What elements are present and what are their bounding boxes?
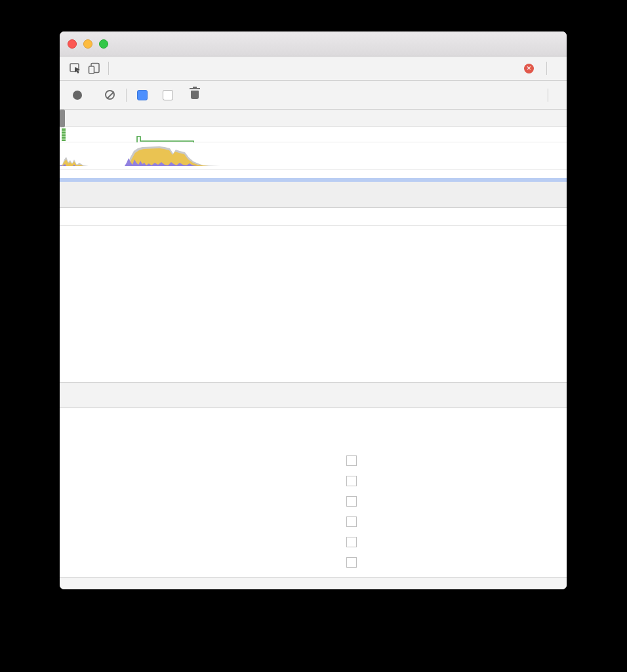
devtools-tab-bar: ✕	[60, 56, 567, 81]
inspect-element-icon[interactable]	[66, 60, 85, 77]
activity-donut-chart	[140, 451, 250, 560]
screenshots-checkbox[interactable]	[137, 90, 148, 100]
activity-legend	[276, 450, 363, 572]
legend-swatch	[346, 455, 357, 466]
legend-swatch	[346, 537, 357, 547]
legend-row	[276, 471, 363, 491]
zoom-window-button[interactable]	[99, 39, 108, 49]
summary-pane	[60, 408, 567, 577]
legend-row	[276, 511, 363, 532]
detail-tab-bar	[60, 383, 567, 408]
selection-right-handle[interactable]	[60, 110, 65, 127]
legend-swatch	[346, 516, 357, 527]
divider	[548, 89, 548, 102]
legend-row	[276, 552, 363, 572]
flame-ruler	[60, 208, 567, 226]
error-icon: ✕	[524, 64, 534, 74]
legend-row	[276, 491, 363, 511]
minimize-window-button[interactable]	[83, 39, 92, 49]
record-button[interactable]	[73, 91, 82, 100]
divider	[546, 62, 547, 75]
devtools-window: ✕	[60, 32, 567, 589]
legend-swatch	[346, 496, 357, 507]
divider	[108, 62, 109, 75]
close-window-button[interactable]	[68, 39, 77, 49]
title-bar	[60, 32, 567, 56]
screenshots-toggle[interactable]	[137, 90, 152, 100]
legend-swatch	[346, 476, 357, 486]
trash-icon[interactable]	[191, 91, 199, 99]
divider	[126, 89, 127, 102]
legend-row	[276, 532, 363, 552]
flame-chart[interactable]	[60, 208, 567, 383]
fps-lane	[60, 127, 567, 142]
legend-row	[276, 450, 363, 471]
screenshot-filmstrip	[60, 182, 567, 208]
console-error-badge[interactable]: ✕	[524, 64, 537, 74]
donut-total	[164, 474, 226, 537]
legend-swatch	[346, 557, 357, 568]
memory-checkbox[interactable]	[163, 90, 173, 100]
device-toolbar-icon[interactable]	[85, 60, 103, 77]
clear-recording-icon[interactable]	[105, 90, 115, 100]
overview-ruler	[60, 110, 567, 127]
net-lane	[60, 170, 567, 182]
desktop: ✕	[0, 0, 627, 672]
memory-toggle[interactable]	[163, 90, 178, 100]
cpu-lane	[60, 142, 567, 170]
timeline-overview[interactable]	[60, 110, 567, 208]
status-footer	[60, 577, 567, 589]
performance-toolbar	[60, 81, 567, 110]
